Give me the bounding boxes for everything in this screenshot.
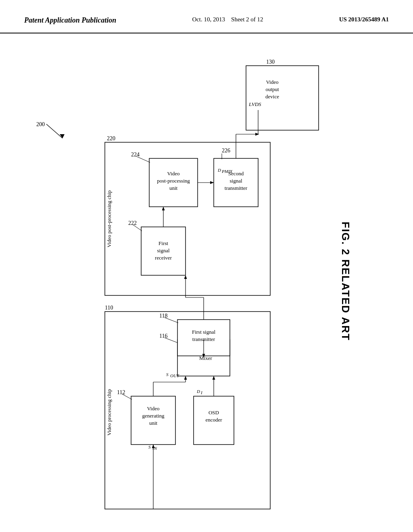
ref-112: 112 — [117, 389, 125, 395]
svg-line-0 — [46, 124, 63, 138]
osd-label2: encoder — [205, 417, 222, 423]
post-unit-label1: Video — [167, 170, 180, 177]
osd-label1: OSD — [209, 409, 219, 416]
svg-rect-2 — [246, 66, 319, 130]
first-signal-receiver-label2: signal — [157, 247, 169, 254]
video-gen-label1: Video — [147, 405, 160, 411]
second-trans-label3: transmitter — [225, 185, 248, 191]
diagram-area: text { font-family: 'Times New Roman', T… — [0, 33, 413, 529]
ref-110: 110 — [105, 305, 113, 311]
processing-chip-label: Video processing chip — [106, 389, 112, 435]
video-output-label2: output — [265, 86, 279, 92]
ref-226: 226 — [222, 148, 230, 154]
sout-sub: OUT — [170, 373, 179, 378]
ref-118: 118 — [159, 313, 167, 319]
second-trans-label2: signal — [229, 178, 242, 184]
sin-label: S — [148, 445, 151, 449]
page-header: Patent Application Publication Oct. 10, … — [0, 0, 413, 33]
post-unit-label3: unit — [169, 185, 178, 191]
header-title: Patent Application Publication — [24, 16, 116, 25]
ref-220: 220 — [107, 135, 115, 141]
video-gen-label3: unit — [149, 420, 158, 426]
header-patent-number: US 2013/265489 A1 — [339, 16, 389, 23]
ref-130: 130 — [266, 59, 275, 65]
ref-222: 222 — [128, 220, 137, 226]
lvds-label: LVDS — [248, 101, 261, 107]
header-sheet: Sheet 2 of 12 — [231, 16, 263, 23]
video-output-label: Video — [266, 79, 279, 85]
dpmix-label: D — [217, 168, 221, 172]
first-signal-receiver-label1: First — [159, 240, 168, 246]
ref-116: 116 — [159, 333, 167, 339]
second-trans-label1: Second — [228, 170, 244, 177]
first-signal-receiver-label3: receiver — [155, 255, 172, 261]
ref-224: 224 — [131, 152, 140, 158]
svg-container: text { font-family: 'Times New Roman', T… — [24, 46, 355, 521]
post-processing-chip-label: Video post-processing chip — [106, 190, 112, 247]
header-date: Oct. 10, 2013 — [192, 16, 225, 23]
header-center: Oct. 10, 2013 Sheet 2 of 12 — [192, 16, 263, 23]
sin-sub: IN — [152, 446, 157, 451]
sout-label: S — [166, 372, 169, 377]
di-label: D — [196, 389, 200, 394]
first-trans-label1: First signal — [192, 329, 216, 335]
patent-diagram: text { font-family: 'Times New Roman', T… — [24, 46, 355, 521]
post-unit-label2: post-processing — [157, 178, 190, 184]
video-output-label3: device — [265, 94, 279, 100]
video-gen-label2: generating — [142, 413, 165, 419]
figure-label: FIG. 2 RELATED ART — [339, 222, 352, 341]
ref-200: 200 — [36, 121, 45, 127]
